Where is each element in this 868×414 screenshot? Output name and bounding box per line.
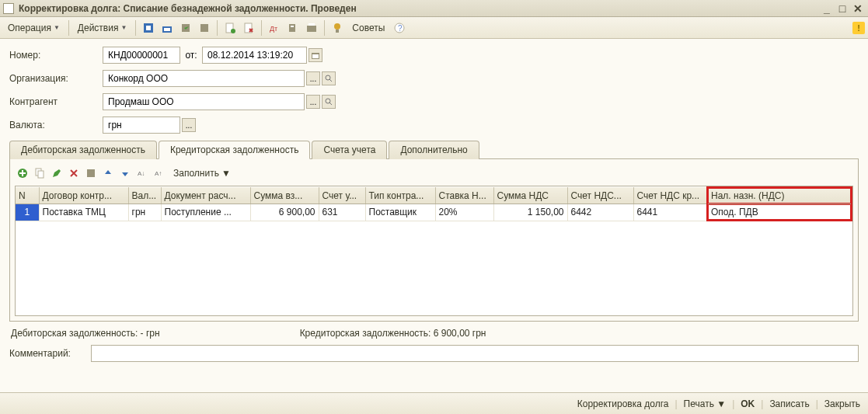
toolbtn-8[interactable] [284,19,302,37]
calendar-button[interactable] [309,48,322,62]
help-button[interactable]: ? [391,19,408,37]
search-button[interactable] [322,95,336,109]
summary-row: Дебиторская задолженность: - грн Кредито… [9,322,859,342]
delete-row-button[interactable] [66,165,82,181]
org-label: Организация: [9,73,103,84]
move-down-button[interactable] [117,165,133,181]
cell-n: 1 [16,204,39,221]
cell-schet-nds[interactable]: 6442 [567,204,633,221]
col-summa-vz[interactable]: Сумма вз... [250,187,319,204]
title-bar: Корректировка долга: Списание безнадежно… [0,0,868,17]
col-stavka[interactable]: Ставка Н... [435,187,493,204]
svg-text:A↑: A↑ [155,170,162,177]
chevron-down-icon: ▼ [54,24,60,31]
svg-rect-12 [307,26,316,32]
fill-menu[interactable]: Заполнить ▼ [169,166,235,180]
toolbtn-3[interactable] [177,19,194,37]
grid-toolbar: A↓ A↑ Заполнить ▼ [15,164,853,186]
col-val[interactable]: Вал... [128,187,161,204]
document-icon [3,3,14,14]
cell-dogovor[interactable]: Поставка ТМЦ [39,204,128,221]
svg-text:?: ? [398,24,403,33]
col-nal-nazn[interactable]: Нал. назн. (НДС) [707,187,852,204]
minimize-button[interactable]: _ [820,2,834,15]
footer-bar: Корректировка долга | Печать ▼ | OK | За… [0,392,868,414]
fill-label: Заполнить [173,168,219,179]
toolbar-separator [68,20,69,36]
cell-schet-u[interactable]: 631 [319,204,365,221]
toolbtn-9[interactable] [303,19,320,37]
sovety-menu[interactable]: Советы [347,21,389,35]
table-row[interactable]: 1 Поставка ТМЦ грн Поступление ... 6 900… [16,204,852,221]
nomer-label: Номер: [9,50,103,61]
ot-label: от: [180,50,202,61]
print-menu[interactable]: Печать ▼ [684,398,727,409]
contractor-input[interactable]: Продмаш ООО [103,93,305,110]
tab-debit[interactable]: Дебиторская задолженность [9,141,157,159]
save-button[interactable]: Записать [769,398,809,409]
val-label: Валюта: [9,120,103,130]
debit-summary: Дебиторская задолженность: - грн [11,328,160,339]
operation-menu-label: Операция [8,23,51,33]
nomer-input[interactable]: КНД00000001 [103,47,180,64]
toolbtn-6[interactable] [240,19,257,37]
sovety-label: Советы [352,23,385,33]
operation-menu[interactable]: Операция ▼ [3,21,64,35]
sovety-icon[interactable] [329,19,346,37]
window-title: Корректировка долга: Списание безнадежно… [19,3,818,14]
organization-input[interactable]: Конкорд ООО [103,70,305,87]
close-button[interactable]: Закрыть [824,398,860,409]
ellipsis-button[interactable]: ... [182,118,196,132]
cell-nal-nazn[interactable]: Опод. ПДВ [707,204,852,221]
sort-desc-button[interactable]: A↑ [152,165,167,181]
cell-stavka[interactable]: 20% [435,204,493,221]
cell-schet-nds-kr[interactable]: 6441 [633,204,707,221]
toolbtn-5[interactable] [221,19,239,37]
move-up-button[interactable] [100,165,116,181]
tab-kredit[interactable]: Кредиторская задолженность [159,141,310,159]
ellipsis-button[interactable]: ... [306,71,320,85]
save-button[interactable] [83,165,99,181]
col-schet-nds[interactable]: Счет НДС... [567,187,633,204]
search-button[interactable] [322,71,336,85]
toolbtn-7[interactable]: Дт [266,19,283,37]
toolbar-separator [261,20,262,36]
col-docras[interactable]: Документ расч... [161,187,250,204]
toolbtn-4[interactable] [196,19,213,37]
tab-additional[interactable]: Дополнительно [389,141,479,159]
col-tip-kontra[interactable]: Тип контра... [365,187,435,204]
comment-input[interactable] [91,345,859,362]
svg-rect-15 [336,30,339,33]
cell-docras[interactable]: Поступление ... [161,204,250,221]
hint-icon[interactable]: ! [852,22,865,34]
toolbtn-1[interactable] [140,19,157,37]
ellipsis-button[interactable]: ... [306,95,320,109]
cell-tip-kontra[interactable]: Поставщик [365,204,435,221]
maximize-button[interactable]: □ [835,2,849,15]
ok-button[interactable]: OK [741,398,755,409]
copy-row-button[interactable] [32,165,47,181]
chevron-down-icon: ▼ [221,168,231,179]
data-grid[interactable]: N Договор контр... Вал... Документ расч.… [15,186,853,316]
col-schet-nds-kr[interactable]: Счет НДС кр... [633,187,707,204]
add-row-button[interactable] [15,165,30,181]
edit-row-button[interactable] [49,165,64,181]
contr-label: Контрагент [9,96,103,107]
tab-accounts[interactable]: Счета учета [312,141,387,159]
cell-val[interactable]: грн [128,204,161,221]
sort-asc-button[interactable]: A↓ [134,165,150,181]
comment-label: Комментарий: [9,348,91,359]
currency-input[interactable]: грн [103,117,180,134]
footer-korr-link[interactable]: Корректировка долга [577,398,669,409]
toolbtn-2[interactable] [159,19,176,37]
actions-menu[interactable]: Действия ▼ [73,21,132,35]
col-dogovor[interactable]: Договор контр... [39,187,128,204]
col-n[interactable]: N [16,187,39,204]
close-button[interactable]: ✕ [851,2,865,15]
col-summa-nds[interactable]: Сумма НДС [493,187,567,204]
col-schet-u[interactable]: Счет у... [319,187,365,204]
cell-summa-nds[interactable]: 1 150,00 [493,204,567,221]
cell-summa-vz[interactable]: 6 900,00 [250,204,319,221]
svg-rect-13 [309,23,315,26]
date-input[interactable]: 08.12.2014 13:19:20 [202,47,307,64]
